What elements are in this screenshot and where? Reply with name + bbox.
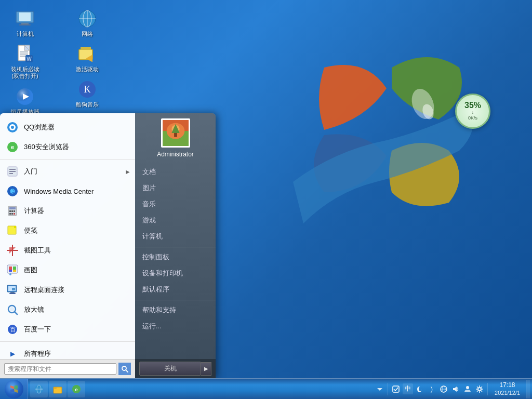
shutdown-button[interactable]: 关机 [139, 362, 201, 376]
games-label: 游戏 [142, 216, 156, 225]
user-icon [463, 385, 472, 393]
start-item-qq-browser[interactable]: QQ浏览器 [0, 117, 135, 137]
taskbar-ie2[interactable]: e [68, 381, 85, 397]
bracket-icon: ) [428, 385, 436, 393]
qq-browser-icon [5, 120, 20, 135]
show-desktop-button[interactable] [526, 380, 530, 398]
start-divider-1 [0, 159, 135, 159]
tray-network-icon[interactable] [438, 384, 449, 394]
desktop-icon-network[interactable]: 网络 [68, 5, 107, 41]
action-center-icon [392, 385, 400, 393]
start-item-360-browser[interactable]: e 360安全浏览器 [0, 137, 135, 157]
tray-expand-icon [376, 385, 383, 393]
tray-user-icon[interactable] [462, 384, 473, 394]
shutdown-arrow-button[interactable]: ▶ [201, 362, 211, 376]
right-item-pictures[interactable]: 图片 [135, 180, 216, 196]
right-item-computer[interactable]: 计算机 [135, 229, 216, 245]
right-item-devices[interactable]: 设备和打印机 [135, 265, 216, 282]
desktop-icon-install-guide[interactable]: W 装机后必读(双击打开) [5, 41, 45, 83]
svg-point-88 [466, 386, 469, 389]
intro-icon [5, 164, 20, 179]
system-tray: 中 ) [373, 379, 532, 399]
start-item-sticky-notes[interactable]: 便笺 [0, 221, 135, 241]
svg-rect-42 [9, 213, 11, 215]
search-input[interactable] [4, 363, 116, 375]
svg-rect-52 [13, 267, 16, 270]
start-item-magnifier[interactable]: 放大镜 [0, 300, 135, 320]
right-item-music[interactable]: 音乐 [135, 196, 216, 212]
start-item-wmc[interactable]: Windows Media Center [0, 181, 135, 201]
gear-icon [475, 385, 484, 393]
desktop-icon-computer[interactable]: 计算机 [5, 5, 45, 41]
svg-point-50 [9, 273, 11, 275]
search-icon [121, 365, 128, 373]
show-hidden-icons[interactable] [375, 384, 385, 394]
svg-rect-5 [19, 24, 31, 25]
start-item-remote-desktop[interactable]: 远程桌面连接 [0, 280, 135, 300]
svg-rect-44 [14, 213, 15, 215]
intro-arrow: ▶ [126, 169, 130, 175]
svg-rect-38 [9, 207, 16, 209]
snipping-icon [5, 243, 20, 258]
moon-icon [416, 385, 424, 393]
start-item-all-programs[interactable]: ▶ 所有程序 [0, 344, 135, 359]
start-item-snipping[interactable]: 截图工具 [0, 241, 135, 260]
svg-rect-39 [9, 210, 11, 212]
activate-icon [77, 44, 98, 64]
start-item-baidu[interactable]: 百 百度一下 [0, 320, 135, 339]
avatar-image [163, 119, 189, 147]
right-item-games[interactable]: 游戏 [135, 212, 216, 229]
svg-line-95 [481, 391, 482, 392]
right-divider-1 [135, 247, 216, 247]
tray-separator-2 [487, 383, 488, 395]
start-item-intro[interactable]: 入门 ▶ [0, 162, 135, 181]
install-guide-icon: W [15, 44, 35, 64]
svg-rect-4 [21, 23, 29, 24]
svg-point-89 [478, 388, 481, 391]
svg-point-27 [11, 126, 14, 129]
clock-date: 2021/12/1 [495, 389, 520, 396]
start-item-paint[interactable]: 画图 [0, 260, 135, 280]
right-item-documents[interactable]: 文档 [135, 164, 216, 180]
tray-icon-1[interactable] [391, 384, 401, 394]
tray-settings-icon[interactable] [474, 384, 485, 394]
windows-logo [283, 26, 501, 249]
start-item-calculator[interactable]: 计算器 [0, 201, 135, 221]
desktop-icon-activate[interactable]: 激活驱动 [68, 41, 107, 76]
language-indicator[interactable]: 中 [403, 383, 413, 394]
right-item-help[interactable]: 帮助和支持 [135, 302, 216, 318]
computer-icon [15, 8, 35, 29]
tray-moon-icon[interactable] [415, 384, 425, 394]
user-avatar[interactable] [161, 118, 190, 148]
svg-rect-46 [14, 226, 16, 228]
net-percent: 35% [464, 101, 481, 110]
clock-area[interactable]: 17:18 2021/12/1 [490, 381, 524, 397]
right-item-default-programs[interactable]: 默认程序 [135, 282, 216, 298]
qq-browser-label: QQ浏览器 [24, 123, 55, 132]
search-button[interactable] [118, 363, 131, 375]
network-icon [77, 8, 98, 29]
right-item-control-panel[interactable]: 控制面板 [135, 249, 216, 265]
svg-rect-43 [11, 213, 13, 215]
tray-bracket-icon[interactable]: ) [427, 384, 437, 394]
right-computer-label: 计算机 [142, 232, 163, 241]
start-button[interactable] [0, 379, 28, 400]
desktop-icon-qqmusic[interactable]: K 酷狗音乐 [68, 76, 107, 111]
svg-text:W: W [26, 56, 32, 62]
right-item-run[interactable]: 运行... [135, 318, 216, 335]
start-menu-right-panel: Administrator 文档 图片 音乐 游戏 计算机 [135, 113, 216, 378]
svg-rect-3 [19, 12, 31, 21]
help-label: 帮助和支持 [142, 306, 176, 315]
remote-desktop-label: 远程桌面连接 [24, 285, 64, 295]
svg-rect-59 [12, 288, 15, 290]
tray-volume-icon[interactable] [450, 384, 461, 394]
volume-icon [451, 385, 460, 393]
taskbar-explorer[interactable] [49, 381, 66, 397]
ie2-taskbar-icon: e [72, 384, 81, 394]
svg-text:K: K [84, 84, 91, 95]
all-programs-label: 所有程序 [24, 349, 51, 358]
svg-text:): ) [431, 385, 433, 393]
svg-line-97 [477, 391, 478, 392]
network-speed-widget[interactable]: 35% ↓ 0K/s [455, 94, 490, 129]
taskbar-ie[interactable] [30, 381, 48, 397]
